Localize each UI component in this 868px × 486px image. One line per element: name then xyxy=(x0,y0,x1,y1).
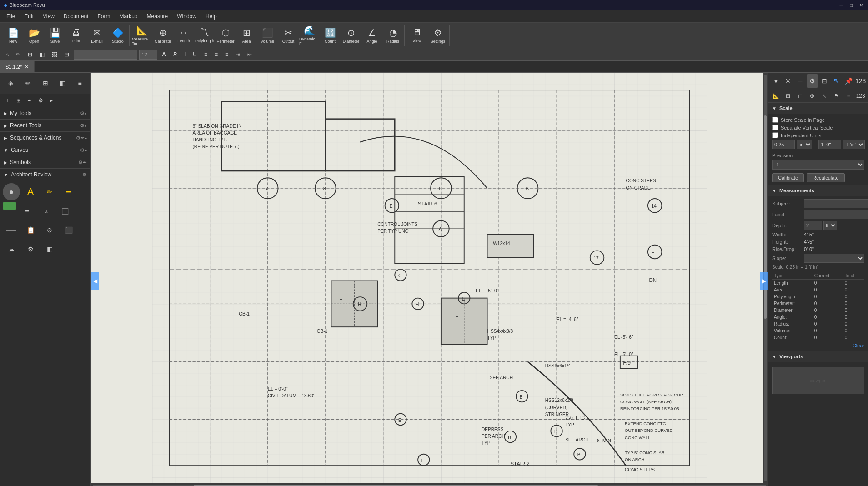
email-button[interactable]: ✉ E-mail xyxy=(87,25,107,46)
rpanel-cal-icon[interactable]: ⊕ xyxy=(807,89,818,103)
symbols-header[interactable]: ▶ Symbols ⚙ ✒ xyxy=(0,156,90,168)
scale-value-input[interactable] xyxy=(772,140,795,149)
perimeter-button[interactable]: ⬡ Perimeter xyxy=(216,25,236,46)
rpanel-compare-icon[interactable]: ⊟ xyxy=(819,74,830,88)
tab-close-icon[interactable]: ✕ xyxy=(25,64,29,70)
font-size-input[interactable] xyxy=(139,50,157,60)
ar-tool-6[interactable]: ━ xyxy=(18,202,35,220)
sequences-arrow-icon[interactable]: ▸ xyxy=(85,135,87,140)
scale-unit-select[interactable]: in ft xyxy=(797,140,812,149)
rpanel-num2-icon[interactable]: 123 xyxy=(855,89,866,103)
pen-button[interactable]: ✒ xyxy=(25,95,35,105)
recalculate-button[interactable]: Recalculate xyxy=(807,173,844,182)
measure-tool-button[interactable]: 📐 Measure Tool xyxy=(132,25,152,46)
align-left-button[interactable]: ≡ xyxy=(201,50,210,59)
ar-tool-2[interactable]: A xyxy=(22,183,39,200)
volume-button[interactable]: ⬛ Volume xyxy=(257,25,277,46)
bold-button[interactable]: A xyxy=(159,50,169,59)
indent-button[interactable]: ⇥ xyxy=(233,50,243,59)
ar-tool-8[interactable]: ◻ xyxy=(56,202,74,220)
rpanel-settings-icon[interactable]: ⚙ xyxy=(807,74,818,88)
italic-button[interactable]: B xyxy=(171,50,180,59)
angle-button[interactable]: ∠ Angle xyxy=(362,25,382,46)
symbols-gear-icon[interactable]: ⚙ xyxy=(78,160,83,165)
maximize-button[interactable]: □ xyxy=(848,2,854,8)
scale-equals-input[interactable] xyxy=(818,140,841,149)
depth-unit-select[interactable]: ft in xyxy=(823,221,837,230)
viewport-item-1[interactable]: viewport xyxy=(772,367,864,394)
rpanel-measure-icon[interactable]: 📐 xyxy=(770,89,782,103)
blueprint-canvas[interactable]: STAIR 6 7 8 E B W12x14 HSS4x4x3/8 TYP HS… xyxy=(91,73,768,486)
rpanel-minimize-icon[interactable]: ─ xyxy=(794,74,806,88)
outdent-button[interactable]: ⇤ xyxy=(245,50,255,59)
ar-tool-14[interactable]: ⚙ xyxy=(22,240,39,258)
my-tools-gear-icon[interactable]: ⚙ xyxy=(80,110,85,116)
scroll-right-button[interactable]: ▶ xyxy=(760,272,768,290)
new-button[interactable]: 📄 New xyxy=(3,25,23,46)
menu-help[interactable]: Help xyxy=(201,11,221,21)
ar-tool-1[interactable]: ● xyxy=(3,183,20,200)
rpanel-close-icon[interactable]: ✕ xyxy=(783,74,794,88)
layers-button[interactable]: ◧ xyxy=(55,75,70,92)
scale-unit2-select[interactable]: ft 'in" ft xyxy=(843,140,865,149)
save-button[interactable]: 💾 Save xyxy=(45,25,65,46)
menu-file[interactable]: File xyxy=(2,11,20,21)
menu-window[interactable]: Window xyxy=(172,11,201,21)
compare-icon[interactable]: ⊟ xyxy=(62,50,72,59)
my-tools-header[interactable]: ▶ My Tools ⚙ ▸ xyxy=(0,107,90,119)
subject-input[interactable] xyxy=(804,199,868,208)
independent-units-checkbox[interactable] xyxy=(772,132,778,138)
menu-edit[interactable]: Edit xyxy=(20,11,38,21)
ar-tool-13[interactable]: ☁ xyxy=(3,240,20,258)
rpanel-grid2-icon[interactable]: ⊞ xyxy=(783,89,794,103)
rpanel-flag-icon[interactable]: ⚑ xyxy=(831,89,842,103)
precision-select[interactable]: 1 2 4 8 xyxy=(772,160,864,170)
curves-arrow-icon[interactable]: ▸ xyxy=(85,148,87,153)
ar-tool-15[interactable]: ◧ xyxy=(41,240,58,258)
architect-review-gear-icon[interactable]: ⚙ xyxy=(82,172,87,178)
align-center-button[interactable]: ≡ xyxy=(212,50,221,59)
properties-button[interactable]: ≡ xyxy=(72,75,88,92)
sequences-gear-icon[interactable]: ⚙ xyxy=(76,135,80,141)
store-scale-checkbox[interactable] xyxy=(772,117,778,123)
title-bar-controls[interactable]: ─ □ ✕ xyxy=(838,2,864,8)
recent-tools-header[interactable]: ▶ Recent Tools ⚙ ▸ xyxy=(0,120,90,131)
studio-button[interactable]: 🔷 Studio xyxy=(108,25,128,46)
ar-tool-3[interactable]: ✏ xyxy=(41,183,58,200)
rpanel-eq-icon[interactable]: ≡ xyxy=(843,89,854,103)
calibrate-button[interactable]: Calibrate xyxy=(772,173,804,182)
architect-review-header[interactable]: ▼ Architect Review ⚙ xyxy=(0,169,90,180)
rpanel-number-icon[interactable]: 123 xyxy=(855,74,866,88)
rpanel-arrow-icon[interactable]: ↖ xyxy=(819,89,830,103)
ar-tool-4[interactable]: ━ xyxy=(60,183,77,200)
tab-s112[interactable]: S1.1.2* ✕ xyxy=(0,61,35,72)
layer-icon[interactable]: ◧ xyxy=(37,50,47,59)
strikethrough-button[interactable]: U xyxy=(190,50,200,59)
separate-vertical-checkbox[interactable] xyxy=(772,125,778,130)
markup-mode-icon[interactable]: ✏ xyxy=(13,50,23,59)
select-mode-button[interactable]: ◈ xyxy=(3,75,19,92)
scroll-left-button[interactable]: ◀ xyxy=(91,272,99,290)
canvas-area[interactable]: ◀ ▶ xyxy=(91,73,768,486)
gear-button[interactable]: ⚙ xyxy=(35,95,45,105)
open-button[interactable]: 📂 Open xyxy=(24,25,44,46)
font-family-input[interactable] xyxy=(74,50,137,60)
sequences-header[interactable]: ▶ Sequences & Actions ⚙ ✒ ▸ xyxy=(0,132,90,144)
menu-document[interactable]: Document xyxy=(59,11,93,21)
h-scrollbar[interactable] xyxy=(91,483,768,486)
minimize-button[interactable]: ─ xyxy=(838,2,844,8)
viewports-section-header[interactable]: ▼ Viewports xyxy=(768,351,868,362)
ar-tool-5[interactable] xyxy=(3,202,16,210)
photo-icon[interactable]: 🖼 xyxy=(49,50,60,59)
clear-button[interactable]: Clear xyxy=(853,343,864,348)
radius-button[interactable]: ◔ Radius xyxy=(383,25,403,46)
length-button[interactable]: ↔ Length xyxy=(174,25,194,46)
menu-measure[interactable]: Measure xyxy=(142,11,173,21)
ar-tool-10[interactable]: 📋 xyxy=(22,221,39,239)
diameter-button[interactable]: ⊙ Diameter xyxy=(341,25,361,46)
more-button[interactable]: ▸ xyxy=(46,95,56,105)
label-input[interactable] xyxy=(804,210,868,219)
menu-markup[interactable]: Markup xyxy=(115,11,142,21)
grid-icon[interactable]: ⊞ xyxy=(25,50,35,59)
rpanel-cursor-icon[interactable]: ↖ xyxy=(831,74,842,88)
